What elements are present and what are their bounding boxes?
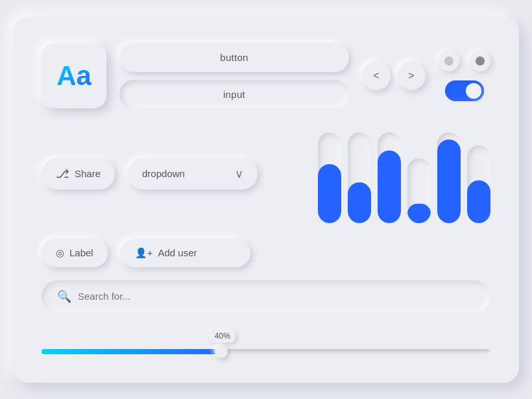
button-primary[interactable]: button	[119, 43, 349, 72]
bar-fill-2	[348, 182, 371, 223]
arrow-left-icon: <	[373, 70, 379, 82]
row-1: Aa button input < >	[42, 43, 490, 109]
add-user-label: Add user	[158, 247, 197, 258]
share-button[interactable]: ⎇ Share	[42, 158, 115, 189]
buttons-column: button input	[119, 43, 349, 109]
bar-fill-5	[437, 139, 461, 223]
row-3: ◎ Label 👤+ Add user	[42, 239, 490, 267]
search-input[interactable]	[78, 291, 475, 302]
main-card: Aa button input < >	[13, 17, 519, 383]
toggle-thumb-on	[466, 83, 481, 99]
toggles-column	[439, 51, 490, 101]
bar-1	[318, 132, 341, 223]
row-4: 🔍	[42, 280, 490, 313]
radio-indicator-1	[444, 56, 453, 66]
arrow-left-button[interactable]: <	[362, 62, 391, 90]
bar-3	[378, 132, 401, 223]
dropdown-button[interactable]: dropdown ∨	[128, 158, 258, 189]
bar-chart	[271, 122, 490, 226]
bar-fill-1	[318, 164, 341, 223]
radio-button-2[interactable]	[470, 51, 490, 71]
bar-fill-4	[407, 204, 431, 223]
bar-fill-6	[467, 180, 490, 223]
font-display: Aa	[56, 60, 91, 91]
toggle-on[interactable]	[445, 80, 484, 101]
label-text: Label	[69, 247, 93, 258]
bar-4	[407, 158, 431, 223]
nav-arrows: < >	[362, 62, 426, 90]
row-5: 40%	[42, 331, 490, 354]
bar-5	[437, 132, 461, 223]
dropdown-label: dropdown	[142, 168, 185, 179]
location-icon: ◎	[56, 247, 64, 259]
search-icon: 🔍	[57, 289, 71, 304]
slider-track	[42, 349, 490, 354]
arrow-right-icon: >	[408, 70, 414, 82]
add-user-icon: 👤+	[135, 247, 153, 259]
bar-fill-3	[378, 151, 401, 223]
radio-group	[439, 51, 490, 71]
slider-fill	[42, 349, 221, 354]
radio-button-1[interactable]	[439, 51, 459, 71]
row-2: ⎇ Share dropdown ∨	[42, 122, 490, 226]
share-label: Share	[75, 168, 101, 179]
toggle-track-on	[445, 80, 484, 101]
slider-wrap: 40%	[42, 331, 490, 354]
add-user-button[interactable]: 👤+ Add user	[121, 239, 250, 267]
bar-6	[467, 145, 490, 223]
slider-tooltip: 40%	[210, 330, 236, 343]
search-bar: 🔍	[42, 280, 490, 313]
font-box: Aa	[42, 43, 106, 108]
bar-2	[348, 132, 371, 223]
arrow-right-button[interactable]: >	[397, 62, 426, 90]
input-button[interactable]: input	[119, 80, 349, 109]
share-icon: ⎇	[56, 167, 69, 181]
label-button[interactable]: ◎ Label	[42, 239, 108, 267]
chevron-down-icon: ∨	[235, 167, 243, 181]
radio-indicator-2	[476, 56, 485, 66]
slider-thumb[interactable]	[215, 345, 228, 358]
